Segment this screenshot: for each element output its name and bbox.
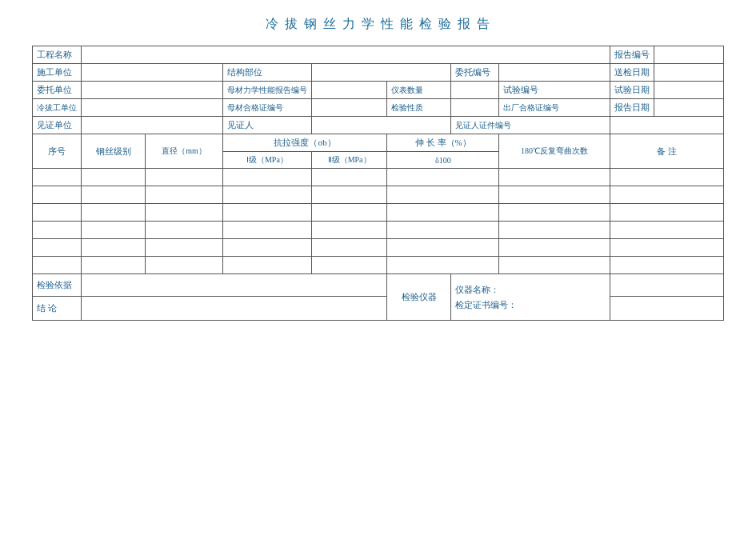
- project-name-value: [82, 46, 610, 64]
- table-row: [610, 222, 723, 239]
- table-row: [82, 204, 146, 222]
- entrust-no-value: [499, 64, 610, 82]
- table-row: [387, 239, 499, 257]
- table-row: [33, 169, 82, 186]
- entrust-no-label: 委托编号: [451, 64, 499, 82]
- calibration-cert-label: 检定证书编号：: [455, 299, 605, 311]
- table-row: [499, 239, 610, 257]
- table-row: [82, 186, 146, 204]
- table-row: [222, 257, 311, 274]
- table-row: [499, 186, 610, 204]
- witness-cert-no-value: [610, 117, 723, 134]
- conclusion-label: 结 论: [33, 297, 82, 321]
- test-date-value: [654, 82, 723, 99]
- witness-person-value: [311, 117, 450, 134]
- test-no-label: 试验编号: [499, 82, 610, 99]
- table-row: [82, 169, 146, 186]
- elongation-header: 伸 长 率（%）: [387, 134, 499, 152]
- witness-unit-value: [82, 117, 223, 134]
- table-row: [222, 239, 311, 257]
- table-row: [387, 204, 499, 222]
- cold-drawn-unit-value: [82, 99, 223, 117]
- instrument-value: 仪器名称： 检定证书编号：: [451, 274, 610, 321]
- instrument-right-value: [610, 274, 723, 297]
- inspection-basis-value: [82, 274, 387, 297]
- material-report-no-label: 母材力学性能报告编号: [222, 82, 311, 99]
- report-no-value: [654, 46, 723, 64]
- table-row: [222, 169, 311, 186]
- project-name-label: 工程名称: [33, 46, 82, 64]
- table-row: [222, 204, 311, 222]
- elongation-value-header: δ100: [387, 152, 499, 169]
- instrument-label: 检验仪器: [387, 274, 451, 321]
- structural-unit-value: [311, 64, 450, 82]
- table-row: [387, 257, 499, 274]
- table-row: [33, 257, 82, 274]
- conclusion-value: [82, 297, 387, 321]
- report-no-label: 报告编号: [610, 46, 654, 64]
- cold-drawn-unit-label: 冷拔工单位: [33, 99, 82, 117]
- instrument-name-label: 仪器名称：: [455, 284, 605, 296]
- table-row: [610, 169, 723, 186]
- table-row: [311, 257, 386, 274]
- table-row: [33, 186, 82, 204]
- table-row: [146, 257, 223, 274]
- witness-person-label: 见证人: [222, 117, 311, 134]
- table-row: [499, 222, 610, 239]
- construction-unit-label: 施工单位: [33, 64, 82, 82]
- table-row: [146, 169, 223, 186]
- tensile-level2-header: Ⅱ级（MPa）: [311, 152, 386, 169]
- table-row: [387, 222, 499, 239]
- instrument-count-value: [451, 82, 499, 99]
- entrust-unit-label: 委托单位: [33, 82, 82, 99]
- table-row: [33, 204, 82, 222]
- diameter-header: 直径（mm）: [146, 134, 223, 169]
- table-row: [311, 204, 386, 222]
- table-row: [610, 257, 723, 274]
- table-row: [499, 257, 610, 274]
- conclusion-right-value: [610, 297, 723, 321]
- table-row: [146, 204, 223, 222]
- table-row: [82, 239, 146, 257]
- inspection-date-value: [654, 64, 723, 82]
- table-row: [222, 222, 311, 239]
- inspection-date-label: 送检日期: [610, 64, 654, 82]
- entrust-unit-value: [82, 82, 223, 99]
- instrument-count-label: 仪表数量: [387, 82, 451, 99]
- table-row: [499, 204, 610, 222]
- report-date-value: [654, 99, 723, 117]
- table-row: [82, 222, 146, 239]
- inspection-basis-label: 检验依据: [33, 274, 82, 297]
- table-row: [146, 222, 223, 239]
- structural-unit-label: 结构部位: [222, 64, 311, 82]
- table-row: [146, 186, 223, 204]
- table-row: [33, 239, 82, 257]
- wire-grade-header: 钢丝级别: [82, 134, 146, 169]
- remarks-header: 备 注: [610, 134, 723, 169]
- table-row: [610, 204, 723, 222]
- tensile-strength-header: 抗拉强度（σb）: [222, 134, 386, 152]
- factory-cert-no-label: 出厂合格证编号: [499, 99, 610, 117]
- table-row: [82, 257, 146, 274]
- table-row: [146, 239, 223, 257]
- reverse-bending-header: 180℃反复弯曲次数: [499, 134, 610, 169]
- material-report-no-value: [311, 82, 386, 99]
- cert-no-value: [311, 99, 386, 117]
- witness-unit-label: 见证单位: [33, 117, 82, 134]
- report-date-label: 报告日期: [610, 99, 654, 117]
- table-row: [311, 186, 386, 204]
- inspection-nature-value: [451, 99, 499, 117]
- table-row: [311, 239, 386, 257]
- tensile-level1-header: Ⅰ级（MPa）: [222, 152, 311, 169]
- table-row: [222, 186, 311, 204]
- table-row: [311, 222, 386, 239]
- table-row: [499, 169, 610, 186]
- table-row: [311, 169, 386, 186]
- table-row: [387, 169, 499, 186]
- construction-unit-value: [82, 64, 223, 82]
- cert-no-label: 母材合格证编号: [222, 99, 311, 117]
- table-row: [33, 222, 82, 239]
- seq-no-header: 序号: [33, 134, 82, 169]
- inspection-nature-label: 检验性质: [387, 99, 451, 117]
- table-row: [387, 186, 499, 204]
